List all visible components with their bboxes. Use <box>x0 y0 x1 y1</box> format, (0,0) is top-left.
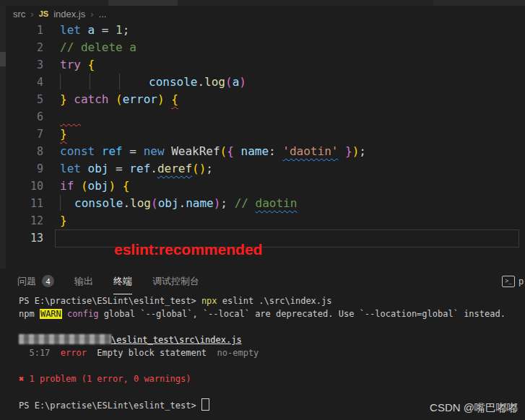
terminal-cursor[interactable] <box>201 398 209 411</box>
vscode-window: src › JS index.js › ... 1let a = 1;2// d… <box>0 0 525 420</box>
text-token <box>81 58 88 71</box>
terminal-line <box>19 320 525 333</box>
text-token: ; <box>220 196 227 210</box>
text-token: { <box>88 58 95 71</box>
text-token: error <box>61 348 87 358</box>
text-token <box>60 110 81 123</box>
tab-terminal[interactable]: 终端 <box>113 269 132 294</box>
text-token: // delete a <box>60 40 136 54</box>
terminal-line: 5:17 error Empty block statement no-empt… <box>19 346 525 359</box>
text-token: ) <box>214 196 221 210</box>
text-token: ( <box>192 162 199 175</box>
terminal-line <box>19 385 525 398</box>
text-token <box>62 309 67 319</box>
line-number: 2 <box>6 39 43 56</box>
line-number: 1 <box>6 22 43 39</box>
breadcrumb-file[interactable]: index.js <box>53 9 85 19</box>
text-token: ) <box>352 144 360 158</box>
text-token: console <box>149 75 197 89</box>
file-path-link[interactable]: \eslint_test\src\index.js <box>111 335 242 345</box>
text-token: console <box>74 196 123 210</box>
text-token <box>81 23 88 37</box>
terminal-line <box>19 359 525 372</box>
text-token: log <box>130 196 151 210</box>
code-line-content: try { <box>43 56 95 74</box>
editor-left-gutter-strip <box>0 6 6 268</box>
breadcrumb-symbol-ellipsis[interactable]: ... <box>99 9 107 19</box>
javascript-file-icon: JS <box>39 9 48 18</box>
text-token: ) <box>239 75 246 89</box>
tab-output[interactable]: 输出 <box>74 269 93 294</box>
code-line-content: let a = 1; <box>43 22 129 39</box>
text-token: obj <box>88 162 109 175</box>
text-token: obj <box>158 196 179 210</box>
code-line-content: } <box>43 212 67 229</box>
code-line: 2// delete a <box>6 39 525 56</box>
line-number: 4 <box>6 74 43 91</box>
code-line: 13 <box>6 229 525 247</box>
text-token: obj <box>88 179 109 193</box>
editor-tab-strip <box>0 0 525 6</box>
panel-right-controls: >_ p <box>502 276 524 287</box>
editor-tab-strip-segment <box>108 0 178 6</box>
terminal-icon: >_ <box>502 276 515 287</box>
watermark: CSDN @嘴巴嘟嘟 <box>430 401 518 415</box>
text-token: : <box>269 144 282 158</box>
text-token: ; <box>123 23 130 37</box>
text-token: { <box>123 179 130 193</box>
code-line: 4console.log(a) <box>6 74 525 91</box>
text-token <box>234 144 241 158</box>
text-token: = <box>108 162 129 175</box>
code-line-content: let obj = ref.deref(); <box>43 160 213 178</box>
text-token: ; <box>359 144 366 158</box>
terminal-line: ✖ 1 problem (1 error, 0 warnings) <box>19 372 525 385</box>
text-token: daotin <box>256 196 298 210</box>
line-number: 9 <box>6 160 43 178</box>
text-token: global `--global`, `--local` are depreca… <box>98 309 506 319</box>
text-token: { <box>171 92 178 106</box>
text-token <box>116 179 123 193</box>
chevron-right-icon: › <box>90 9 93 19</box>
text-token: . <box>150 162 157 175</box>
breadcrumb: src › JS index.js › ... <box>6 6 106 22</box>
tab-debug-console[interactable]: 调试控制台 <box>152 269 199 294</box>
text-token: name <box>241 144 269 158</box>
indent-guide <box>90 74 119 89</box>
text-token: ref <box>102 144 123 158</box>
text-token: 5:17 <box>19 348 61 358</box>
code-line: 8const ref = new WeakRef({ name: 'daotin… <box>6 143 525 160</box>
code-line: 10if (obj) { <box>6 178 525 195</box>
code-line-content: } <box>43 126 67 143</box>
code-line: 5} catch (error) { <box>6 91 525 108</box>
text-token: . <box>179 196 186 210</box>
tab-problems[interactable]: 问题4 <box>17 269 54 294</box>
shell-label[interactable]: p <box>519 276 524 286</box>
code-line: 3try { <box>6 56 525 74</box>
text-token: . <box>197 75 204 89</box>
text-token: ref <box>129 162 150 175</box>
text-token: Empty block statement <box>87 348 217 358</box>
code-editor[interactable]: 1let a = 1;2// delete a3try {4console.lo… <box>6 22 525 268</box>
text-token: PS E:\practise\ESLint\eslint_test> <box>19 296 201 306</box>
line-number: 13 <box>6 229 43 247</box>
terminal-line: PS E:\practise\ESLint\eslint_test> npx e… <box>19 294 525 307</box>
line-number: 12 <box>6 212 43 229</box>
code-line-content: const ref = new WeakRef({ name: 'daotin'… <box>43 143 366 160</box>
text-token <box>165 92 172 106</box>
text-token: ✖ 1 problem (1 error, 0 warnings) <box>19 374 191 384</box>
code-line: 6 <box>6 108 525 126</box>
text-token: new <box>144 144 165 158</box>
text-token: error <box>123 92 157 106</box>
indent-guide <box>119 74 149 89</box>
tab-label: 调试控制台 <box>152 269 199 294</box>
text-token: = <box>95 23 116 37</box>
code-line: 9let obj = ref.deref(); <box>6 160 525 178</box>
problems-count-badge: 4 <box>42 275 54 287</box>
gutter-marker <box>0 52 6 66</box>
text-token: ( <box>81 179 88 193</box>
code-line: 11console.log(obj.name); // daotin <box>6 195 525 212</box>
text-token: name <box>186 196 214 210</box>
line-number: 10 <box>6 178 43 195</box>
breadcrumb-folder[interactable]: src <box>13 9 25 19</box>
text-token: PS E:\practise\ESLint\eslint_test> <box>19 401 201 411</box>
